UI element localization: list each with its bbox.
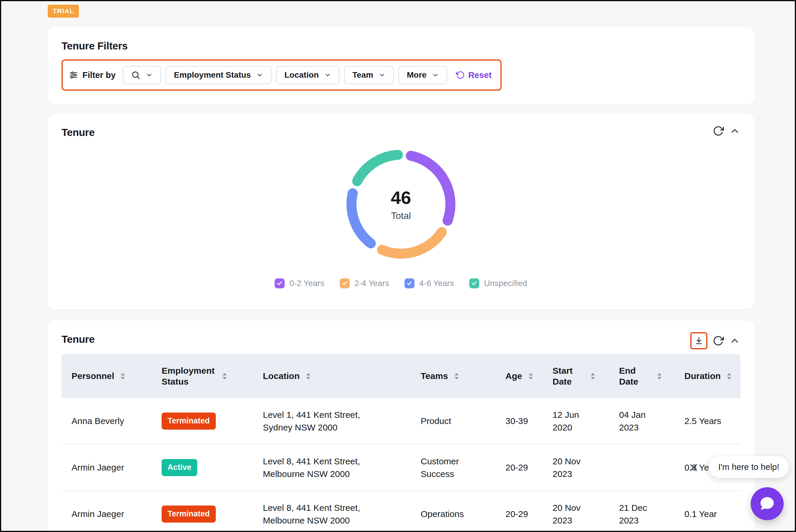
cell-age: 20-29 xyxy=(496,508,542,520)
chat-tooltip-text: I'm here to help! xyxy=(718,462,779,472)
legend-item-2-4-years[interactable]: 2-4 Years xyxy=(340,278,389,288)
tenure-donut-chart: 46 Total xyxy=(342,145,460,263)
chat-tooltip-close-button[interactable] xyxy=(687,461,700,474)
reset-icon xyxy=(456,71,465,79)
filter-bar-highlight: Filter by Employment Status Location Tea… xyxy=(61,59,502,91)
reset-filters-button[interactable]: Reset xyxy=(454,70,493,80)
download-button[interactable] xyxy=(690,332,707,349)
sliders-icon xyxy=(69,71,78,79)
status-badge: Terminated xyxy=(162,413,216,429)
chart-card-title: Tenure xyxy=(61,127,740,138)
sort-icon[interactable] xyxy=(656,372,663,380)
cell-personnel: Anna Beverly xyxy=(61,415,152,428)
column-header-personnel[interactable]: Personnel xyxy=(61,370,152,382)
trial-badge: TRIAL xyxy=(48,5,79,18)
donut-segment[interactable] xyxy=(382,232,442,254)
cell-start-date: 20 Nov 2023 xyxy=(542,455,609,480)
chevron-down-icon xyxy=(432,72,439,79)
table-row: Armin Jaeger Active Level 8, 441 Kent St… xyxy=(61,444,740,491)
cell-end-date: 21 Dec 2023 xyxy=(609,501,674,527)
tenure-table: Personnel Employment Status Location Tea… xyxy=(61,354,740,532)
sort-icon[interactable] xyxy=(590,372,596,380)
status-badge: Terminated xyxy=(162,506,216,522)
cell-end-date: 04 Jan 2023 xyxy=(609,408,674,434)
cell-location: Level 8, 441 Kent Street, Melbourne NSW … xyxy=(253,455,411,480)
sort-icon[interactable] xyxy=(527,372,534,380)
column-header-location[interactable]: Location xyxy=(253,370,411,382)
cell-location: Level 1, 441 Kent Street, Sydney NSW 200… xyxy=(253,408,411,434)
chevron-down-icon xyxy=(146,72,153,79)
column-header-duration[interactable]: Duration xyxy=(674,370,740,382)
tenure-chart-card: Tenure 46 Total 0-2 Years xyxy=(48,114,755,309)
legend-item-unspecified[interactable]: Unspecified xyxy=(469,278,527,288)
download-icon xyxy=(695,336,703,345)
reset-label: Reset xyxy=(468,70,492,80)
dropdown-label: Team xyxy=(352,70,373,80)
column-header-employment-status[interactable]: Employment Status xyxy=(152,365,253,387)
filter-by-label: Filter by xyxy=(82,70,116,80)
table-header-row: Personnel Employment Status Location Tea… xyxy=(61,354,740,398)
column-header-end-date[interactable]: End Date xyxy=(609,365,674,387)
sort-icon[interactable] xyxy=(221,372,228,380)
cell-employment-status: Terminated xyxy=(152,506,253,522)
collapse-chevron-up-icon[interactable] xyxy=(729,335,740,346)
cell-start-date: 12 Jun 2020 xyxy=(542,408,609,434)
donut-segment[interactable] xyxy=(357,155,398,181)
search-icon xyxy=(131,70,141,80)
cell-age: 30-39 xyxy=(496,415,542,428)
chat-bubble-icon xyxy=(759,496,775,512)
more-dropdown[interactable]: More xyxy=(399,66,447,84)
column-header-start-date[interactable]: Start Date xyxy=(542,365,609,387)
column-header-age[interactable]: Age xyxy=(496,370,542,382)
table-row: Armin Jaeger Terminated Level 8, 441 Ken… xyxy=(61,491,740,532)
legend-label: Unspecified xyxy=(484,279,527,288)
cell-personnel: Armin Jaeger xyxy=(61,461,152,474)
chat-tooltip: I'm here to help! xyxy=(709,456,789,478)
cell-teams: Product xyxy=(411,415,496,428)
table-card-title: Tenure xyxy=(61,334,740,345)
chevron-down-icon xyxy=(324,72,331,79)
refresh-icon[interactable] xyxy=(713,125,724,136)
table-row: Anna Beverly Terminated Level 1, 441 Ken… xyxy=(61,398,740,444)
cell-teams: Operations xyxy=(411,508,496,520)
cell-age: 20-29 xyxy=(496,461,542,474)
status-badge: Active xyxy=(162,459,197,476)
dropdown-label: Location xyxy=(284,70,319,80)
collapse-chevron-up-icon[interactable] xyxy=(729,125,740,136)
tenure-filters-card: Tenure Filters Filter by Employment xyxy=(48,27,755,104)
legend-item-4-6-years[interactable]: 4-6 Years xyxy=(405,278,454,288)
dropdown-label: More xyxy=(407,70,427,80)
location-dropdown[interactable]: Location xyxy=(276,66,339,84)
filters-card-title: Tenure Filters xyxy=(61,40,740,52)
chat-launcher-button[interactable] xyxy=(751,487,784,520)
legend-item-0-2-years[interactable]: 0-2 Years xyxy=(275,278,324,288)
employment-status-dropdown[interactable]: Employment Status xyxy=(166,66,272,84)
cell-employment-status: Terminated xyxy=(152,413,253,429)
sort-icon[interactable] xyxy=(726,372,733,380)
filter-by-group: Filter by xyxy=(69,70,118,80)
donut-segment[interactable] xyxy=(351,193,371,243)
checkbox-checked-icon[interactable] xyxy=(405,278,414,288)
sort-icon[interactable] xyxy=(305,372,312,380)
column-header-teams[interactable]: Teams xyxy=(411,370,496,382)
cell-personnel: Armin Jaeger xyxy=(61,508,152,520)
donut-segment[interactable] xyxy=(411,156,450,221)
page: TRIAL Tenure Filters Filter by xyxy=(0,0,796,532)
chevron-down-icon xyxy=(256,72,263,79)
cell-employment-status: Active xyxy=(152,459,253,476)
cell-teams: Customer Success xyxy=(411,455,496,480)
sort-icon[interactable] xyxy=(119,372,126,380)
team-dropdown[interactable]: Team xyxy=(344,66,394,84)
search-filter-dropdown[interactable] xyxy=(123,66,161,84)
tenure-table-card: Tenure Personnel Employment St xyxy=(48,320,755,532)
refresh-icon[interactable] xyxy=(713,335,724,346)
chart-card-actions xyxy=(713,125,740,136)
cell-start-date: 20 Nov 2023 xyxy=(542,501,609,527)
checkbox-checked-icon[interactable] xyxy=(275,278,285,288)
dropdown-label: Employment Status xyxy=(174,70,251,80)
table-card-actions xyxy=(690,332,740,349)
close-icon xyxy=(688,462,699,473)
sort-icon[interactable] xyxy=(453,372,460,380)
checkbox-checked-icon[interactable] xyxy=(469,278,479,288)
checkbox-checked-icon[interactable] xyxy=(340,278,350,288)
